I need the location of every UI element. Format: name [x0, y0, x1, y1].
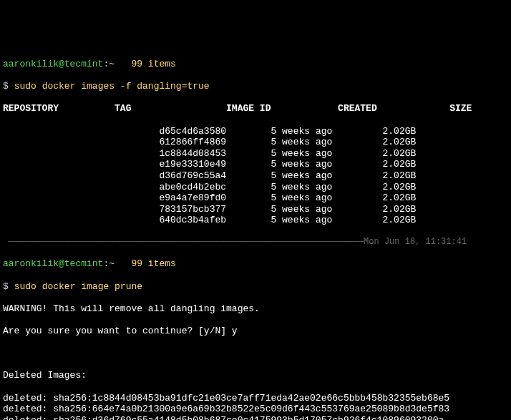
- cell-imageid: 612866ff4869: [159, 137, 271, 147]
- cell-size: 2.02GB: [383, 204, 417, 215]
- cell-repo: [3, 182, 81, 192]
- cell-tag: [81, 159, 159, 170]
- cell-imageid: e9a4a7e89fd0: [159, 192, 271, 203]
- cell-size: 2.02GB: [383, 159, 417, 170]
- cell-repo: [3, 192, 81, 203]
- prompt-items: 99 items: [131, 258, 175, 269]
- header-size: SIZE: [449, 103, 472, 114]
- cell-created: 5 weeks ago: [271, 148, 382, 159]
- command-text: sudo docker image prune: [14, 281, 142, 292]
- cell-imageid: 1c8844d08453: [159, 148, 271, 159]
- cell-tag: [81, 170, 159, 181]
- prompt-line-2[interactable]: aaronkilik@tecmint:~ 99 items: [3, 258, 508, 270]
- prompt-userhost: aaronkilik@tecmint: [3, 59, 103, 69]
- table-header: REPOSITORY TAG IMAGE ID CREATED SIZE: [3, 103, 508, 114]
- prompt-path: :~: [103, 59, 115, 69]
- prompt-path: :~: [103, 258, 115, 269]
- table-row: e19e33310e49 5 weeks ago 2.02GB: [3, 159, 508, 170]
- header-imageid: IMAGE ID: [226, 103, 271, 114]
- cell-created: 5 weeks ago: [271, 126, 382, 137]
- cell-created: 5 weeks ago: [271, 182, 382, 192]
- cell-tag: [81, 126, 159, 137]
- cell-repo: [3, 170, 81, 181]
- table-row: 783157bcb377 5 weeks ago 2.02GB: [3, 204, 508, 215]
- cell-imageid: d36d769c55a4: [159, 170, 271, 181]
- cell-created: 5 weeks ago: [271, 192, 382, 203]
- cell-repo: [3, 126, 81, 137]
- table-body: d65c4d6a3580 5 weeks ago 2.02GB 612866ff…: [3, 126, 508, 226]
- cell-imageid: 640dc3b4afeb: [159, 215, 271, 225]
- cell-repo: [3, 148, 81, 159]
- cell-repo: [3, 204, 81, 215]
- header-repo: REPOSITORY: [3, 103, 59, 114]
- cell-imageid: 783157bcb377: [159, 204, 271, 215]
- cell-tag: [81, 182, 159, 192]
- cell-repo: [3, 137, 81, 147]
- table-row: d36d769c55a4 5 weeks ago 2.02GB: [3, 170, 508, 182]
- cell-created: 5 weeks ago: [271, 170, 382, 181]
- cell-size: 2.02GB: [383, 215, 417, 225]
- time-divider: ────────────────────────────────────────…: [3, 237, 508, 247]
- table-row: abe0cd4b2ebc 5 weeks ago 2.02GB: [3, 182, 508, 193]
- cell-size: 2.02GB: [383, 192, 417, 203]
- deleted-line: deleted: sha256:1c8844d08453ba91dfc21e03…: [3, 393, 508, 404]
- cell-created: 5 weeks ago: [271, 137, 382, 147]
- terminal-output: aaronkilik@tecmint:~ 99 items $ sudo doc…: [3, 47, 508, 420]
- table-row: 612866ff4869 5 weeks ago 2.02GB: [3, 137, 508, 148]
- prompt-dollar: $: [3, 81, 9, 92]
- warning-line: WARNING! This will remove all dangling i…: [3, 303, 508, 315]
- table-row: e9a4a7e89fd0 5 weeks ago 2.02GB: [3, 192, 508, 204]
- prompt-line-1[interactable]: aaronkilik@tecmint:~ 99 items: [3, 59, 508, 70]
- cell-tag: [81, 215, 159, 225]
- header-tag: TAG: [115, 103, 131, 114]
- table-row: 1c8844d08453 5 weeks ago 2.02GB: [3, 148, 508, 160]
- divider-dashes: ────────────────────────────────────────…: [3, 237, 364, 247]
- prompt-dollar: $: [3, 281, 9, 292]
- cell-size: 2.02GB: [383, 126, 417, 137]
- cell-tag: [81, 137, 159, 147]
- cell-created: 5 weeks ago: [271, 204, 382, 215]
- header-created: CREATED: [338, 103, 377, 114]
- cell-size: 2.02GB: [383, 182, 417, 192]
- deleted-line: deleted: sha256:d36d769c55a4148d5b08b687…: [3, 415, 508, 420]
- command-line-1[interactable]: $ sudo docker images -f dangling=true: [3, 81, 508, 92]
- cell-imageid: e19e33310e49: [159, 159, 271, 170]
- confirm-line: Are you sure you want to continue? [y/N]…: [3, 326, 508, 337]
- prompt-userhost: aaronkilik@tecmint: [3, 258, 103, 269]
- timestamp: Mon Jun 18, 11:31:41: [364, 237, 467, 247]
- prompt-items: 99 items: [131, 59, 175, 69]
- table-row: 640dc3b4afeb 5 weeks ago 2.02GB: [3, 215, 508, 226]
- cell-size: 2.02GB: [383, 170, 417, 181]
- deleted-line: deleted: sha256:664e74a0b21300a9e6a69b32…: [3, 404, 508, 415]
- cell-repo: [3, 159, 81, 170]
- cell-repo: [3, 215, 81, 225]
- cell-created: 5 weeks ago: [271, 215, 382, 225]
- cell-imageid: d65c4d6a3580: [159, 126, 271, 137]
- deleted-list: deleted: sha256:1c8844d08453ba91dfc21e03…: [3, 393, 508, 420]
- cell-tag: [81, 204, 159, 215]
- command-text: sudo docker images -f dangling=true: [14, 81, 210, 92]
- blank-line: [3, 348, 508, 359]
- cell-created: 5 weeks ago: [271, 159, 382, 170]
- deleted-header: Deleted Images:: [3, 370, 508, 381]
- cell-tag: [81, 148, 159, 159]
- cell-tag: [81, 192, 159, 203]
- cell-size: 2.02GB: [383, 137, 417, 147]
- cell-imageid: abe0cd4b2ebc: [159, 182, 271, 192]
- table-row: d65c4d6a3580 5 weeks ago 2.02GB: [3, 126, 508, 137]
- command-line-2[interactable]: $ sudo docker image prune: [3, 281, 508, 293]
- cell-size: 2.02GB: [383, 148, 417, 159]
